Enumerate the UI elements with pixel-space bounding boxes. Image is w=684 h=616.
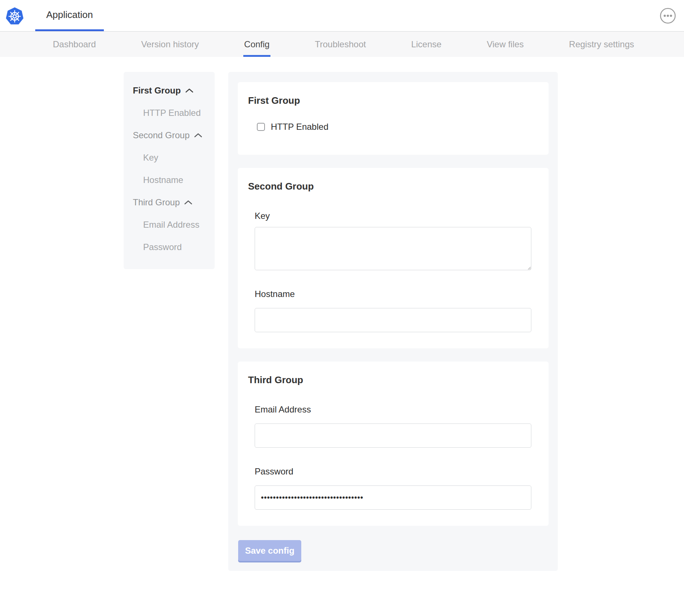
config-page: First Group HTTP Enabled Second Group Ke… bbox=[124, 72, 684, 571]
sidebar-item-label: Hostname bbox=[143, 175, 183, 185]
config-sidebar: First Group HTTP Enabled Second Group Ke… bbox=[124, 72, 215, 269]
sidebar-group-second-group[interactable]: Second Group bbox=[124, 124, 215, 146]
ellipsis-circle-icon bbox=[660, 19, 676, 25]
chevron-up-icon bbox=[184, 200, 192, 205]
checkbox-label: HTTP Enabled bbox=[271, 122, 328, 132]
sidebar-item-label: Email Address bbox=[143, 220, 199, 230]
tab-view-files[interactable]: View files bbox=[486, 32, 524, 57]
tab-registry-settings[interactable]: Registry settings bbox=[568, 32, 635, 57]
group-title: Second Group bbox=[248, 181, 532, 192]
hostname-field: Hostname bbox=[255, 289, 532, 332]
field-label: Key bbox=[255, 211, 532, 221]
app-navbar: Dashboard Version history Config Trouble… bbox=[0, 32, 684, 57]
password-input[interactable] bbox=[255, 485, 531, 510]
app-root: Application Dashboard Version history Co… bbox=[0, 0, 684, 571]
config-group-second: Second Group Key Hostname bbox=[238, 168, 549, 348]
tab-dashboard[interactable]: Dashboard bbox=[52, 32, 97, 57]
sidebar-group-label: Second Group bbox=[133, 130, 190, 140]
sidebar-item-http-enabled[interactable]: HTTP Enabled bbox=[124, 102, 215, 124]
sidebar-item-label: Key bbox=[143, 153, 158, 163]
config-form-panel: First Group HTTP Enabled Second Group Ke… bbox=[228, 72, 558, 571]
http-enabled-checkbox-row[interactable]: HTTP Enabled bbox=[257, 122, 532, 132]
tab-config[interactable]: Config bbox=[243, 32, 270, 57]
field-label: Email Address bbox=[255, 404, 532, 415]
sidebar-item-label: Password bbox=[143, 242, 182, 252]
sidebar-item-label: HTTP Enabled bbox=[143, 108, 201, 118]
field-label: Hostname bbox=[255, 289, 532, 299]
sidebar-item-hostname[interactable]: Hostname bbox=[124, 169, 215, 191]
http-enabled-checkbox[interactable] bbox=[257, 123, 265, 131]
sidebar-item-email-address[interactable]: Email Address bbox=[124, 213, 215, 236]
group-title: First Group bbox=[248, 95, 532, 106]
key-textarea[interactable] bbox=[255, 227, 531, 270]
config-group-first: First Group HTTP Enabled bbox=[238, 82, 549, 155]
app-header: Application bbox=[0, 0, 684, 32]
sidebar-group-label: Third Group bbox=[133, 197, 180, 208]
sidebar-group-third-group[interactable]: Third Group bbox=[124, 191, 215, 213]
tab-troubleshoot[interactable]: Troubleshoot bbox=[314, 32, 367, 57]
sidebar-group-label: First Group bbox=[133, 85, 181, 96]
tab-license[interactable]: License bbox=[410, 32, 442, 57]
sidebar-group-first-group[interactable]: First Group bbox=[124, 79, 215, 102]
group-title: Third Group bbox=[248, 374, 532, 386]
save-config-button[interactable]: Save config bbox=[238, 540, 301, 561]
key-field: Key bbox=[255, 211, 532, 270]
password-field: Password bbox=[255, 466, 532, 510]
sidebar-item-key[interactable]: Key bbox=[124, 146, 215, 169]
more-options-button[interactable] bbox=[660, 8, 676, 24]
tab-version-history[interactable]: Version history bbox=[141, 32, 200, 57]
hostname-input[interactable] bbox=[255, 308, 531, 332]
chevron-up-icon bbox=[194, 133, 202, 138]
sidebar-item-password[interactable]: Password bbox=[124, 236, 215, 258]
email-address-input[interactable] bbox=[255, 423, 531, 448]
kubernetes-logo-icon bbox=[5, 6, 24, 26]
config-group-third: Third Group Email Address Password bbox=[238, 362, 549, 526]
field-label: Password bbox=[255, 466, 532, 477]
email-address-field: Email Address bbox=[255, 404, 532, 448]
chevron-up-icon bbox=[185, 88, 193, 93]
tab-application[interactable]: Application bbox=[35, 0, 104, 31]
